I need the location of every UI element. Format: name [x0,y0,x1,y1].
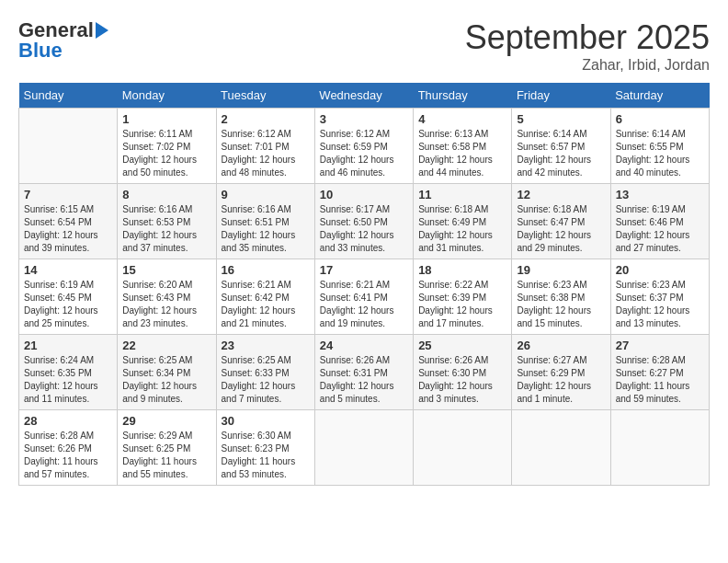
day-header-saturday: Saturday [610,83,709,109]
calendar-week-3: 14Sunrise: 6:19 AM Sunset: 6:45 PM Dayli… [19,259,710,335]
calendar-cell: 12Sunrise: 6:18 AM Sunset: 6:47 PM Dayli… [512,184,610,259]
day-number: 6 [616,112,704,126]
day-info: Sunrise: 6:21 AM Sunset: 6:42 PM Dayligh… [222,279,310,330]
day-info: Sunrise: 6:26 AM Sunset: 6:30 PM Dayligh… [418,354,506,406]
calendar-cell [512,410,610,486]
calendar-cell: 23Sunrise: 6:25 AM Sunset: 6:33 PM Dayli… [216,335,314,410]
calendar-cell: 15Sunrise: 6:20 AM Sunset: 6:43 PM Dayli… [118,259,216,335]
day-info: Sunrise: 6:16 AM Sunset: 6:51 PM Dayligh… [222,203,310,255]
calendar-cell: 22Sunrise: 6:25 AM Sunset: 6:34 PM Dayli… [118,335,216,410]
page-header: General Blue September 2025 Zahar, Irbid… [18,18,710,74]
calendar-cell: 27Sunrise: 6:28 AM Sunset: 6:27 PM Dayli… [610,335,709,410]
day-header-monday: Monday [118,83,216,109]
day-number: 17 [320,263,408,277]
day-info: Sunrise: 6:14 AM Sunset: 6:57 PM Dayligh… [517,128,605,179]
calendar-cell: 20Sunrise: 6:23 AM Sunset: 6:37 PM Dayli… [610,259,709,335]
day-number: 15 [122,263,210,277]
calendar-cell [19,109,118,184]
calendar-cell: 21Sunrise: 6:24 AM Sunset: 6:35 PM Dayli… [19,335,118,410]
day-number: 10 [320,188,408,201]
day-info: Sunrise: 6:19 AM Sunset: 6:45 PM Dayligh… [24,279,112,330]
calendar-table: SundayMondayTuesdayWednesdayThursdayFrid… [18,83,710,486]
day-number: 25 [418,339,506,352]
day-number: 14 [24,263,112,277]
day-number: 29 [122,414,210,428]
day-info: Sunrise: 6:29 AM Sunset: 6:25 PM Dayligh… [122,430,210,481]
logo-text-blue: Blue [18,39,63,63]
calendar-cell: 13Sunrise: 6:19 AM Sunset: 6:46 PM Dayli… [610,184,709,259]
day-number: 19 [517,263,605,277]
calendar-cell [414,410,512,486]
day-number: 3 [320,112,408,126]
calendar-cell: 6Sunrise: 6:14 AM Sunset: 6:55 PM Daylig… [610,109,709,184]
month-title: September 2025 [465,18,710,57]
calendar-cell: 25Sunrise: 6:26 AM Sunset: 6:30 PM Dayli… [414,335,512,410]
calendar-cell: 29Sunrise: 6:29 AM Sunset: 6:25 PM Dayli… [118,410,216,486]
day-info: Sunrise: 6:22 AM Sunset: 6:39 PM Dayligh… [418,279,506,330]
day-info: Sunrise: 6:21 AM Sunset: 6:41 PM Dayligh… [320,279,408,330]
day-number: 27 [616,339,704,352]
day-info: Sunrise: 6:18 AM Sunset: 6:47 PM Dayligh… [517,203,605,255]
day-info: Sunrise: 6:23 AM Sunset: 6:37 PM Dayligh… [616,279,704,330]
day-info: Sunrise: 6:16 AM Sunset: 6:53 PM Dayligh… [122,203,210,255]
day-header-wednesday: Wednesday [314,83,413,109]
calendar-cell: 1Sunrise: 6:11 AM Sunset: 7:02 PM Daylig… [118,109,216,184]
day-number: 5 [517,112,605,126]
day-info: Sunrise: 6:28 AM Sunset: 6:27 PM Dayligh… [616,354,704,406]
day-info: Sunrise: 6:13 AM Sunset: 6:58 PM Dayligh… [418,128,506,179]
calendar-cell [610,410,709,486]
day-header-sunday: Sunday [19,83,118,109]
day-info: Sunrise: 6:14 AM Sunset: 6:55 PM Dayligh… [616,128,704,179]
calendar-cell: 7Sunrise: 6:15 AM Sunset: 6:54 PM Daylig… [19,184,118,259]
logo: General Blue [18,18,108,63]
calendar-cell: 18Sunrise: 6:22 AM Sunset: 6:39 PM Dayli… [414,259,512,335]
calendar-cell: 8Sunrise: 6:16 AM Sunset: 6:53 PM Daylig… [118,184,216,259]
day-info: Sunrise: 6:15 AM Sunset: 6:54 PM Dayligh… [24,203,112,255]
day-number: 12 [517,188,605,201]
calendar-cell [314,410,413,486]
day-info: Sunrise: 6:17 AM Sunset: 6:50 PM Dayligh… [320,203,408,255]
calendar-cell: 10Sunrise: 6:17 AM Sunset: 6:50 PM Dayli… [314,184,413,259]
calendar-cell: 5Sunrise: 6:14 AM Sunset: 6:57 PM Daylig… [512,109,610,184]
day-info: Sunrise: 6:20 AM Sunset: 6:43 PM Dayligh… [122,279,210,330]
day-number: 7 [24,188,112,201]
day-header-thursday: Thursday [414,83,512,109]
day-number: 9 [222,188,310,201]
calendar-cell: 17Sunrise: 6:21 AM Sunset: 6:41 PM Dayli… [314,259,413,335]
title-block: September 2025 Zahar, Irbid, Jordan [465,18,710,74]
calendar-cell: 26Sunrise: 6:27 AM Sunset: 6:29 PM Dayli… [512,335,610,410]
day-number: 20 [616,263,704,277]
day-number: 30 [222,414,310,428]
calendar-cell: 2Sunrise: 6:12 AM Sunset: 7:01 PM Daylig… [216,109,314,184]
day-info: Sunrise: 6:19 AM Sunset: 6:46 PM Dayligh… [616,203,704,255]
day-info: Sunrise: 6:28 AM Sunset: 6:26 PM Dayligh… [24,430,112,481]
day-number: 11 [418,188,506,201]
day-number: 28 [24,414,112,428]
day-number: 4 [418,112,506,126]
day-info: Sunrise: 6:12 AM Sunset: 7:01 PM Dayligh… [222,128,310,179]
calendar-cell: 16Sunrise: 6:21 AM Sunset: 6:42 PM Dayli… [216,259,314,335]
day-number: 16 [222,263,310,277]
day-info: Sunrise: 6:25 AM Sunset: 6:33 PM Dayligh… [222,354,310,406]
day-number: 13 [616,188,704,201]
day-header-tuesday: Tuesday [216,83,314,109]
day-number: 26 [517,339,605,352]
calendar-cell: 9Sunrise: 6:16 AM Sunset: 6:51 PM Daylig… [216,184,314,259]
day-number: 1 [122,112,210,126]
calendar-cell: 3Sunrise: 6:12 AM Sunset: 6:59 PM Daylig… [314,109,413,184]
calendar-header-row: SundayMondayTuesdayWednesdayThursdayFrid… [19,83,710,109]
calendar-cell: 28Sunrise: 6:28 AM Sunset: 6:26 PM Dayli… [19,410,118,486]
day-info: Sunrise: 6:26 AM Sunset: 6:31 PM Dayligh… [320,354,408,406]
day-number: 23 [222,339,310,352]
day-info: Sunrise: 6:11 AM Sunset: 7:02 PM Dayligh… [122,128,210,179]
day-number: 21 [24,339,112,352]
day-number: 24 [320,339,408,352]
location-subtitle: Zahar, Irbid, Jordan [465,57,710,74]
logo-arrow-icon [96,22,108,39]
day-number: 22 [122,339,210,352]
calendar-body: 1Sunrise: 6:11 AM Sunset: 7:02 PM Daylig… [19,109,710,486]
calendar-week-4: 21Sunrise: 6:24 AM Sunset: 6:35 PM Dayli… [19,335,710,410]
day-number: 2 [222,112,310,126]
calendar-week-1: 1Sunrise: 6:11 AM Sunset: 7:02 PM Daylig… [19,109,710,184]
calendar-cell: 4Sunrise: 6:13 AM Sunset: 6:58 PM Daylig… [414,109,512,184]
